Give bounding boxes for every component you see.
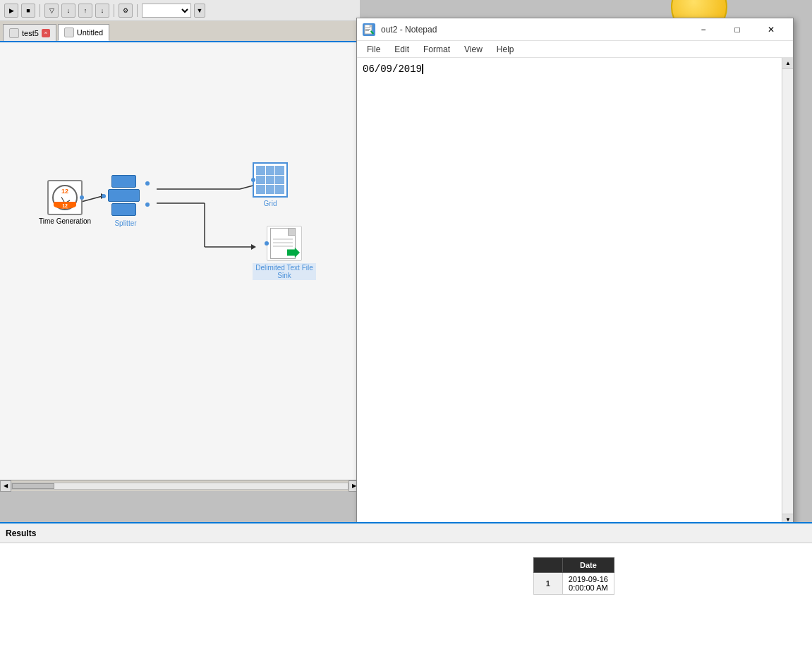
scroll-left-button[interactable]: ◀ <box>0 480 11 492</box>
download-button[interactable]: ↓ <box>61 4 75 18</box>
node-grid[interactable]: Grid <box>253 162 288 207</box>
node-delimited-text-file-sink[interactable]: Delimited Text File Sink <box>253 226 316 280</box>
menu-view[interactable]: View <box>457 43 490 56</box>
row-num-1: 1 <box>533 573 562 595</box>
menu-edit[interactable]: Edit <box>387 43 416 56</box>
node-splitter[interactable]: Splitter <box>104 175 147 227</box>
horizontal-scrollbar[interactable]: ◀ ▶ <box>0 480 360 491</box>
results-content: Date 1 2019-09-160:00:00 AM <box>0 543 812 654</box>
node-label-splitter: Splitter <box>114 219 136 227</box>
svg-rect-12 <box>365 28 370 28</box>
toolbar-sep-1 <box>40 4 40 17</box>
text-cursor <box>422 64 423 74</box>
app-toolbar: ▶ ■ ▽ ↓ ↑ ↓ ⚙ ▼ <box>0 0 360 21</box>
notepad-scroll-up-button[interactable]: ▲ <box>782 58 793 69</box>
svg-rect-13 <box>365 29 370 30</box>
tab-label-untitled: Untitled <box>77 28 103 37</box>
main-app-panel: ▶ ■ ▽ ↓ ↑ ↓ ⚙ ▼ test5 × Untitled <box>0 0 360 522</box>
close-button[interactable]: ✕ <box>755 19 787 40</box>
menu-file[interactable]: File <box>360 43 387 56</box>
notepad-content-area: 06/09/2019 ▲ ▼ <box>357 58 793 525</box>
play-button[interactable]: ▶ <box>4 4 18 18</box>
settings-button[interactable]: ⚙ <box>119 4 133 18</box>
cell-date-1: 2019-09-160:00:00 AM <box>562 573 614 595</box>
tab-untitled[interactable]: Untitled <box>58 24 109 41</box>
workflow-canvas[interactable]: 12 12 Time Generation <box>0 42 360 480</box>
toolbar-sep-2 <box>114 4 114 17</box>
maximize-button[interactable]: □ <box>721 19 753 40</box>
results-panel: Results Date 1 2019-09-160:00:00 AM <box>0 522 812 654</box>
notepad-titlebar[interactable]: out2 - Notepad − □ ✕ <box>357 18 793 41</box>
tab-close-test5[interactable]: × <box>42 29 50 37</box>
results-title: Results <box>6 528 36 538</box>
tab-icon-untitled <box>64 28 74 37</box>
svg-rect-11 <box>370 25 372 27</box>
notepad-icon <box>363 23 375 36</box>
node-label-time-generation: Time Generation <box>39 217 91 225</box>
menu-format[interactable]: Format <box>416 43 457 56</box>
table-row: 1 2019-09-160:00:00 AM <box>533 573 614 595</box>
notepad-menubar: File Edit Format View Help <box>357 41 793 58</box>
tab-label-test5: test5 <box>22 29 39 37</box>
window-controls: − □ ✕ <box>687 19 787 40</box>
svg-rect-14 <box>365 30 369 31</box>
filter-button[interactable]: ▽ <box>44 4 59 18</box>
notepad-title-text: out2 - Notepad <box>381 25 687 35</box>
toolbar-sep-3 <box>137 4 138 17</box>
menu-help[interactable]: Help <box>490 43 521 56</box>
node-label-grid: Grid <box>264 200 277 207</box>
minimize-button[interactable]: − <box>687 19 720 40</box>
scroll-thumb[interactable] <box>12 483 54 489</box>
tab-icon-test5 <box>9 28 19 38</box>
notepad-vertical-scrollbar[interactable]: ▲ ▼ <box>782 58 793 525</box>
sort-asc-button[interactable]: ↑ <box>78 4 92 18</box>
notepad-text: 06/09/2019 <box>363 63 422 75</box>
notepad-window: out2 - Notepad − □ ✕ File Edit Format Vi… <box>356 18 794 526</box>
svg-marker-9 <box>287 248 300 258</box>
col-header-date: Date <box>562 558 614 573</box>
node-label-delimited-text-file-sink: Delimited Text File Sink <box>253 263 316 280</box>
tab-bar: test5 × Untitled <box>0 21 360 42</box>
node-time-generation[interactable]: 12 12 Time Generation <box>39 180 91 225</box>
dropdown-arrow[interactable]: ▼ <box>194 4 205 18</box>
scroll-track[interactable] <box>11 483 349 490</box>
toolbar-dropdown[interactable] <box>142 4 191 18</box>
notepad-text-content[interactable]: 06/09/2019 <box>357 58 793 525</box>
col-header-rownum <box>533 558 562 573</box>
stop-button[interactable]: ■ <box>21 4 35 18</box>
results-table: Date 1 2019-09-160:00:00 AM <box>533 557 614 595</box>
results-header: Results <box>0 523 812 543</box>
sort-desc-button[interactable]: ↓ <box>95 4 109 18</box>
tab-test5[interactable]: test5 × <box>3 24 56 41</box>
